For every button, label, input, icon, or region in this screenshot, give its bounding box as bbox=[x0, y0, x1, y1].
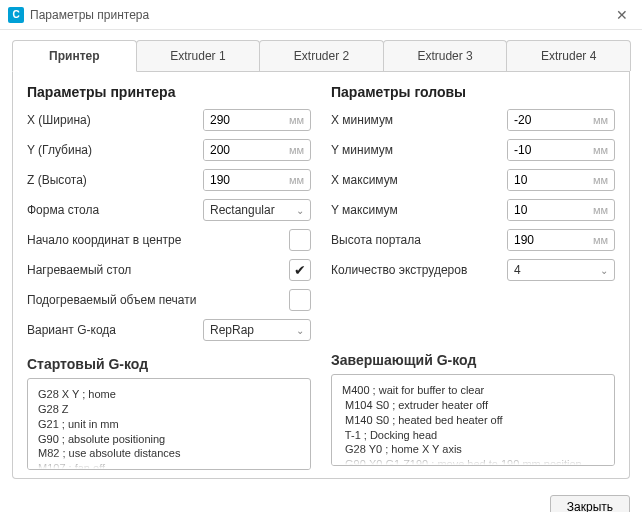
gantry-height-input[interactable]: мм bbox=[507, 229, 615, 251]
y-min-label: Y минимум bbox=[331, 143, 507, 157]
app-logo-icon: C bbox=[8, 7, 24, 23]
end-gcode-title: Завершающий G-код bbox=[331, 352, 615, 368]
y-min-input[interactable]: мм bbox=[507, 139, 615, 161]
y-depth-input[interactable]: мм bbox=[203, 139, 311, 161]
chevron-down-icon: ⌄ bbox=[600, 265, 608, 276]
heated-bed-checkbox[interactable]: ✔ bbox=[289, 259, 311, 281]
extruder-count-select[interactable]: 4⌄ bbox=[507, 259, 615, 281]
z-height-input[interactable]: мм bbox=[203, 169, 311, 191]
close-icon[interactable]: ✕ bbox=[610, 7, 634, 23]
x-width-input[interactable]: мм bbox=[203, 109, 311, 131]
y-max-input[interactable]: мм bbox=[507, 199, 615, 221]
heated-bed-label: Нагреваемый стол bbox=[27, 263, 289, 277]
bed-shape-label: Форма стола bbox=[27, 203, 203, 217]
head-settings-title: Параметры головы bbox=[331, 84, 615, 100]
start-gcode-title: Стартовый G-код bbox=[27, 356, 311, 372]
tabs: Принтер Extruder 1 Extruder 2 Extruder 3… bbox=[12, 40, 630, 72]
x-min-input[interactable]: мм bbox=[507, 109, 615, 131]
bed-shape-select[interactable]: Rectangular⌄ bbox=[203, 199, 311, 221]
tab-extruder-1[interactable]: Extruder 1 bbox=[136, 40, 261, 71]
gantry-height-label: Высота портала bbox=[331, 233, 507, 247]
y-depth-label: Y (Глубина) bbox=[27, 143, 203, 157]
printer-settings-title: Параметры принтера bbox=[27, 84, 311, 100]
tab-extruder-4[interactable]: Extruder 4 bbox=[506, 40, 631, 71]
gcode-flavor-label: Вариант G-кода bbox=[27, 323, 203, 337]
settings-panel: Параметры принтера X (Ширина) мм Y (Глуб… bbox=[12, 72, 630, 479]
tab-printer[interactable]: Принтер bbox=[12, 40, 137, 72]
tab-extruder-3[interactable]: Extruder 3 bbox=[383, 40, 508, 71]
x-max-label: X максимум bbox=[331, 173, 507, 187]
chevron-down-icon: ⌄ bbox=[296, 205, 304, 216]
origin-center-label: Начало координат в центре bbox=[27, 233, 289, 247]
titlebar: C Параметры принтера ✕ bbox=[0, 0, 642, 30]
heated-volume-checkbox[interactable] bbox=[289, 289, 311, 311]
start-gcode-textarea[interactable]: G28 X Y ; home G28 Z G21 ; unit in mm G9… bbox=[27, 378, 311, 470]
y-max-label: Y максимум bbox=[331, 203, 507, 217]
x-width-label: X (Ширина) bbox=[27, 113, 203, 127]
extruder-count-label: Количество экструдеров bbox=[331, 263, 507, 277]
z-height-label: Z (Высота) bbox=[27, 173, 203, 187]
end-gcode-textarea[interactable]: M400 ; wait for buffer to clear M104 S0 … bbox=[331, 374, 615, 466]
footer: Закрыть bbox=[0, 487, 642, 512]
window-title: Параметры принтера bbox=[30, 8, 610, 22]
tab-extruder-2[interactable]: Extruder 2 bbox=[259, 40, 384, 71]
x-min-label: X минимум bbox=[331, 113, 507, 127]
gcode-flavor-select[interactable]: RepRap⌄ bbox=[203, 319, 311, 341]
heated-volume-label: Подогреваемый объем печати bbox=[27, 293, 289, 307]
origin-center-checkbox[interactable] bbox=[289, 229, 311, 251]
close-button[interactable]: Закрыть bbox=[550, 495, 630, 512]
x-max-input[interactable]: мм bbox=[507, 169, 615, 191]
chevron-down-icon: ⌄ bbox=[296, 325, 304, 336]
